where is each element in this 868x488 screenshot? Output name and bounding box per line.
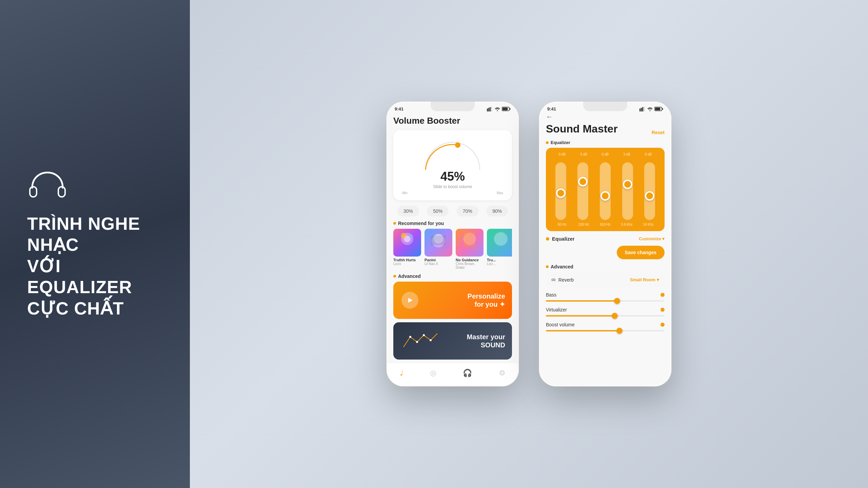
sound-master-header: Sound Master Reset <box>546 123 665 135</box>
svg-line-26 <box>431 333 437 340</box>
eq-slider-4[interactable] <box>622 162 633 220</box>
advanced-dot-2 <box>546 265 549 268</box>
nav-discover[interactable]: ◎ <box>430 369 436 378</box>
eq-thumb-4[interactable] <box>623 180 632 189</box>
virtualizer-track[interactable] <box>546 315 665 317</box>
phone-volume-booster: 9:41 Volume Booster 45% Slide to boost v… <box>387 102 519 386</box>
music-card-3[interactable]: No Guidance Chris Brown, Drake <box>456 229 484 269</box>
status-icons-2 <box>639 107 663 111</box>
svg-marker-21 <box>408 298 413 303</box>
reverb-left: ∞ Reverb <box>551 276 574 283</box>
svg-rect-33 <box>642 107 643 111</box>
music-card-2[interactable]: Panini Lil Nas X <box>425 229 452 269</box>
status-bar-1: 9:41 <box>387 102 519 113</box>
back-button[interactable]: ← <box>546 113 665 121</box>
bass-slider-control: Bass <box>546 292 665 302</box>
recommend-dot <box>393 222 396 225</box>
volume-labels: Min Max <box>399 191 507 195</box>
card-artist-2: Lil Nas X <box>425 262 452 266</box>
eq-section-label: Equalizer <box>546 140 665 145</box>
personalize-banner[interactable]: Personalizefor you ✦ <box>393 282 512 319</box>
eq-slider-2[interactable] <box>577 162 588 220</box>
personalize-text: Personalizefor you ✦ <box>468 292 505 308</box>
advanced-dot <box>393 275 396 278</box>
card-img-3 <box>456 229 484 257</box>
eq-container: 0 dB 3 dB 0 dB 3 dB 0 dB <box>546 148 665 231</box>
svg-rect-3 <box>488 108 489 111</box>
eq-label-row: Equalizer <box>546 236 575 242</box>
preset-30[interactable]: 30% <box>397 206 419 217</box>
status-bar-2: 9:41 <box>539 102 671 113</box>
music-cards: Truthh Hurts Lizzo Panini Lil Nas X <box>393 229 512 269</box>
reverb-row[interactable]: ∞ Reverb Small Room ▾ <box>546 272 665 287</box>
nav-headphone[interactable]: 🎧 <box>463 369 472 378</box>
eq-slider-5[interactable] <box>644 162 655 220</box>
card-img-4 <box>487 229 512 257</box>
preset-70[interactable]: 70% <box>457 206 478 217</box>
virtualizer-label-row: Virtualizer <box>546 307 665 312</box>
svg-line-22 <box>403 337 410 347</box>
card-img-1 <box>393 229 421 257</box>
preset-50[interactable]: 50% <box>427 206 449 217</box>
reverb-label: Reverb <box>558 277 574 283</box>
bass-fill <box>546 300 617 302</box>
time-1: 9:41 <box>395 106 403 111</box>
svg-rect-34 <box>644 107 645 111</box>
bass-thumb[interactable] <box>614 298 620 304</box>
volume-booster-title: Volume Booster <box>393 113 512 130</box>
reverb-value[interactable]: Small Room ▾ <box>630 277 659 282</box>
right-area: 9:41 Volume Booster 45% Slide to boost v… <box>190 0 868 488</box>
preset-90[interactable]: 90% <box>486 206 508 217</box>
master-sound-banner[interactable]: Master yourSOUND <box>393 322 512 360</box>
bottom-nav: ♩ ◎ 🎧 ⚙ <box>387 363 519 386</box>
save-changes-button[interactable]: Save changes <box>617 246 665 259</box>
svg-rect-0 <box>30 187 37 197</box>
eq-slider-1[interactable] <box>555 162 566 220</box>
headphone-icon <box>27 169 68 200</box>
card-artist-4: Lizz... <box>487 262 512 266</box>
eq-thumb-3[interactable] <box>600 191 610 201</box>
virtualizer-thumb[interactable] <box>612 313 618 319</box>
svg-point-14 <box>409 234 413 238</box>
eq-thumb-5[interactable] <box>645 191 654 201</box>
nav-music[interactable]: ♩ <box>400 369 403 378</box>
eq-controls-row: Equalizer Customize ▾ <box>546 236 665 242</box>
infinity-icon: ∞ <box>551 276 556 283</box>
svg-point-30 <box>430 339 432 341</box>
volume-subtitle: Slide to boost volume <box>399 184 507 189</box>
music-card-4[interactable]: Tru... Lizz... <box>487 229 512 269</box>
play-button[interactable] <box>401 292 418 309</box>
master-sound-text: Master yourSOUND <box>467 333 505 349</box>
equalizer-label: Equalizer <box>552 236 575 242</box>
left-title: TRÌNH NGHE NHẠC VỚI EQUALIZER CỰC CHẤT <box>27 213 163 319</box>
boost-label-row: Boost volume <box>546 322 665 327</box>
card-title-1: Truthh Hurts <box>393 258 421 262</box>
card-title-4: Tru... <box>487 258 512 262</box>
eq-db-labels: 0 dB 3 dB 0 dB 3 dB 0 dB <box>551 152 659 156</box>
eq-slider-3[interactable] <box>600 162 611 220</box>
phone1-content: Volume Booster 45% Slide to boost volume… <box>387 113 519 381</box>
eq-thumb-2[interactable] <box>578 177 588 186</box>
boost-fill <box>546 330 619 331</box>
card-title-3: No Guidance <box>456 258 484 262</box>
boost-track[interactable] <box>546 330 665 331</box>
music-card-1[interactable]: Truthh Hurts Lizzo <box>393 229 421 269</box>
customize-button[interactable]: Customize ▾ <box>639 236 665 241</box>
advanced-section-header: Advanced <box>546 264 665 269</box>
boost-thumb[interactable] <box>616 328 623 334</box>
svg-point-29 <box>423 334 425 336</box>
svg-point-27 <box>409 336 411 338</box>
svg-line-24 <box>417 335 424 342</box>
svg-rect-31 <box>639 108 640 111</box>
bass-track[interactable] <box>546 300 665 302</box>
preset-buttons[interactable]: 30% 50% 70% 90% <box>393 206 512 217</box>
svg-rect-32 <box>641 108 642 111</box>
eq-thumb-1[interactable] <box>556 188 566 198</box>
svg-rect-37 <box>655 108 660 110</box>
nav-settings[interactable]: ⚙ <box>499 369 506 378</box>
reset-button[interactable]: Reset <box>652 130 665 135</box>
svg-point-10 <box>455 142 460 148</box>
svg-point-28 <box>416 341 418 343</box>
card-img-2 <box>425 229 452 257</box>
advanced-header: Advanced <box>393 273 512 279</box>
